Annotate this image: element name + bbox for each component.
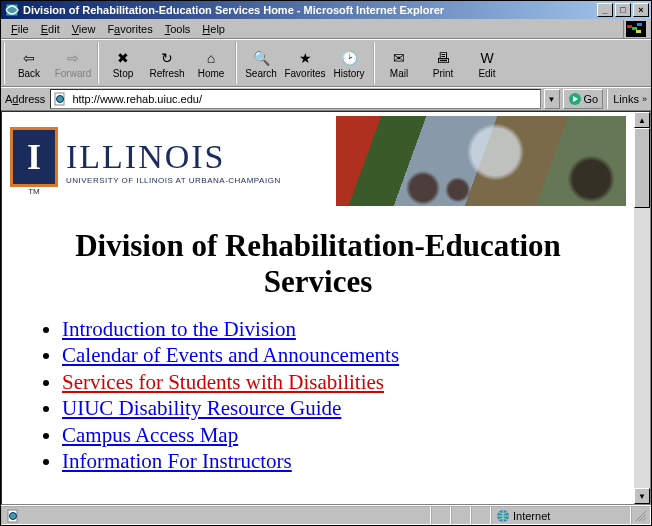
scroll-thumb[interactable] — [634, 128, 650, 208]
logo-mark: I — [10, 127, 58, 187]
throbber-icon — [623, 20, 647, 38]
window-title: Division of Rehabilitation-Education Ser… — [23, 4, 597, 16]
address-input-wrap[interactable] — [50, 89, 540, 109]
zone-label: Internet — [513, 510, 550, 522]
edit-icon: W — [477, 48, 497, 68]
list-item: Services for Students with Disabilities — [62, 369, 604, 395]
menu-tools[interactable]: Tools — [159, 22, 197, 36]
security-zone: Internet — [491, 506, 631, 525]
window-controls: _ □ × — [597, 1, 651, 19]
menu-favorites[interactable]: Favorites — [101, 22, 158, 36]
home-button[interactable]: ⌂Home — [189, 43, 233, 83]
logo-tm: TM — [28, 187, 40, 196]
svg-rect-4 — [637, 23, 642, 26]
print-button[interactable]: 🖶Print — [421, 43, 465, 83]
search-button[interactable]: 🔍Search — [239, 43, 283, 83]
address-input[interactable] — [70, 92, 537, 106]
logo[interactable]: I TM ILLINOIS UNIVERSITY OF ILLINOIS AT … — [10, 127, 281, 196]
menubar: FileEditViewFavoritesToolsHelp — [1, 19, 651, 39]
app-icon — [4, 2, 20, 18]
status-slot-2 — [451, 506, 471, 525]
mail-icon: ✉ — [389, 48, 409, 68]
statusbar: Internet — [1, 505, 651, 525]
scroll-down-button[interactable]: ▼ — [634, 488, 650, 504]
go-button[interactable]: Go — [563, 89, 604, 109]
stop-icon: ✖ — [113, 48, 133, 68]
print-icon: 🖶 — [433, 48, 453, 68]
status-slot-3 — [471, 506, 491, 525]
page-heading: Division of Rehabilitation-Education Ser… — [32, 228, 604, 300]
address-label: Address — [3, 93, 47, 105]
titlebar[interactable]: Division of Rehabilitation-Education Ser… — [1, 1, 651, 19]
list-item: Campus Access Map — [62, 422, 604, 448]
mail-button[interactable]: ✉Mail — [377, 43, 421, 83]
logo-text-sub: UNIVERSITY OF ILLINOIS AT URBANA-CHAMPAI… — [66, 176, 281, 185]
page-link[interactable]: Campus Access Map — [62, 423, 238, 447]
browser-window: Division of Rehabilitation-Education Ser… — [0, 0, 652, 526]
search-icon: 🔍 — [251, 48, 271, 68]
menu-file[interactable]: File — [5, 22, 35, 36]
svg-point-7 — [57, 96, 64, 103]
refresh-button[interactable]: ↻Refresh — [145, 43, 189, 83]
favorites-button[interactable]: ★Favorites — [283, 43, 327, 83]
status-text — [1, 506, 431, 525]
link-list: Introduction to the DivisionCalendar of … — [32, 316, 604, 475]
vertical-scrollbar[interactable]: ▲ ▼ — [634, 112, 650, 504]
scroll-up-button[interactable]: ▲ — [634, 112, 650, 128]
address-bar: Address ▼ Go Links » — [1, 87, 651, 111]
menu-edit[interactable]: Edit — [35, 22, 66, 36]
stop-button[interactable]: ✖Stop — [101, 43, 145, 83]
list-item: Information For Instructors — [62, 448, 604, 474]
svg-rect-2 — [627, 25, 632, 28]
edit-button[interactable]: WEdit — [465, 43, 509, 83]
svg-point-10 — [10, 512, 17, 519]
go-label: Go — [584, 93, 599, 105]
page-link[interactable]: Calendar of Events and Announcements — [62, 343, 399, 367]
list-item: UIUC Disability Resource Guide — [62, 395, 604, 421]
minimize-button[interactable]: _ — [597, 3, 613, 17]
page-content[interactable]: I TM ILLINOIS UNIVERSITY OF ILLINOIS AT … — [2, 112, 634, 504]
content-area: I TM ILLINOIS UNIVERSITY OF ILLINOIS AT … — [1, 111, 651, 505]
home-icon: ⌂ — [201, 48, 221, 68]
back-button[interactable]: ⇦Back — [7, 43, 51, 83]
refresh-icon: ↻ — [157, 48, 177, 68]
maximize-button[interactable]: □ — [615, 3, 631, 17]
scroll-track[interactable] — [634, 128, 650, 488]
banner-image — [336, 116, 626, 206]
history-icon: 🕑 — [339, 48, 359, 68]
favorites-icon: ★ — [295, 48, 315, 68]
svg-rect-3 — [632, 27, 637, 30]
forward-icon: ⇨ — [63, 48, 83, 68]
menu-help[interactable]: Help — [196, 22, 231, 36]
links-button[interactable]: Links » — [606, 89, 649, 109]
page-link[interactable]: Introduction to the Division — [62, 317, 296, 341]
menu-view[interactable]: View — [66, 22, 102, 36]
close-button[interactable]: × — [633, 3, 649, 17]
svg-rect-5 — [636, 30, 641, 33]
logo-text-main: ILLINOIS — [66, 138, 281, 176]
address-dropdown[interactable]: ▼ — [544, 89, 560, 109]
page-link[interactable]: UIUC Disability Resource Guide — [62, 396, 341, 420]
toolbar: ⇦Back⇨Forward✖Stop↻Refresh⌂Home🔍Search★F… — [1, 39, 651, 87]
page-icon — [53, 92, 67, 106]
list-item: Calendar of Events and Announcements — [62, 342, 604, 368]
page-link[interactable]: Services for Students with Disabilities — [62, 370, 384, 394]
forward-button: ⇨Forward — [51, 43, 95, 83]
page-header: I TM ILLINOIS UNIVERSITY OF ILLINOIS AT … — [2, 112, 634, 206]
history-button[interactable]: 🕑History — [327, 43, 371, 83]
status-slot-1 — [431, 506, 451, 525]
list-item: Introduction to the Division — [62, 316, 604, 342]
resize-grip[interactable] — [631, 506, 651, 525]
page-link[interactable]: Information For Instructors — [62, 449, 292, 473]
back-icon: ⇦ — [19, 48, 39, 68]
